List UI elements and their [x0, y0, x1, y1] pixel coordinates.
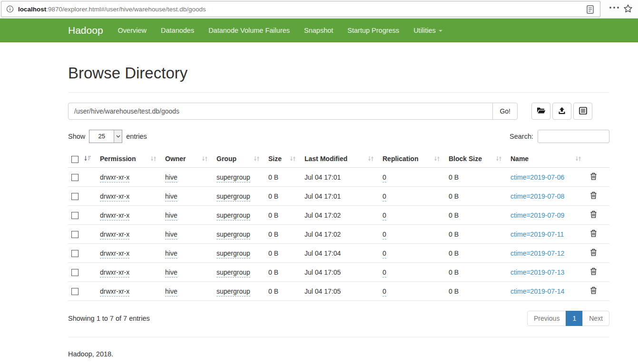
delete-file-icon[interactable] — [590, 172, 597, 182]
group-value[interactable]: supergroup — [216, 268, 250, 278]
last-modified-value: Jul 04 17:02 — [304, 230, 341, 238]
file-name-link[interactable]: ctime=2019-07-14 — [510, 287, 564, 295]
owner-value[interactable]: hive — [165, 287, 177, 297]
nav-item-utilities[interactable]: Utilities — [406, 19, 450, 42]
table-row: drwxr-xr-x hive supergroup 0 B Jul 04 17… — [68, 282, 609, 301]
block-size-value: 0 B — [449, 211, 459, 219]
caret-down-icon — [439, 30, 442, 32]
table-info: Showing 1 to 7 of 7 entries — [68, 315, 150, 322]
group-value[interactable]: supergroup — [216, 173, 250, 182]
sort-both-icon — [150, 155, 157, 163]
permission-value[interactable]: drwxr-xr-x — [100, 192, 129, 201]
directory-listing-table: PermissionOwnerGroupSizeLast ModifiedRep… — [68, 151, 609, 301]
column-header-permission[interactable]: Permission — [100, 151, 165, 168]
delete-file-icon[interactable] — [590, 192, 597, 201]
info-icon[interactable] — [6, 5, 14, 13]
owner-value[interactable]: hive — [165, 211, 177, 220]
column-header-last-modified[interactable]: Last Modified — [304, 151, 383, 168]
column-header-name[interactable]: Name — [510, 151, 590, 168]
cut-paste-button[interactable] — [573, 103, 592, 120]
permission-value[interactable]: drwxr-xr-x — [100, 230, 129, 239]
more-options-icon[interactable] — [609, 7, 619, 9]
block-size-value: 0 B — [449, 173, 459, 181]
file-name-link[interactable]: ctime=2019-07-12 — [510, 249, 564, 257]
row-checkbox[interactable] — [71, 269, 79, 276]
row-checkbox[interactable] — [71, 250, 79, 257]
delete-file-icon[interactable] — [590, 268, 597, 277]
page-length-select[interactable]: 25 — [89, 130, 122, 143]
row-checkbox[interactable] — [71, 288, 79, 295]
file-name-link[interactable]: ctime=2019-07-06 — [510, 173, 564, 181]
owner-value[interactable]: hive — [165, 249, 177, 259]
row-checkbox[interactable] — [71, 174, 79, 181]
last-modified-value: Jul 04 17:04 — [304, 249, 341, 257]
permission-value[interactable]: drwxr-xr-x — [100, 173, 129, 182]
select-all-checkbox[interactable] — [71, 156, 79, 163]
group-value[interactable]: supergroup — [216, 192, 250, 201]
favorite-star-icon[interactable] — [623, 3, 633, 16]
reading-view-icon[interactable] — [587, 5, 594, 16]
replication-value[interactable]: 0 — [383, 230, 386, 239]
file-name-link[interactable]: ctime=2019-07-08 — [510, 192, 564, 200]
replication-value[interactable]: 0 — [383, 268, 386, 278]
size-value: 0 B — [268, 173, 278, 181]
pagination-previous[interactable]: Previous — [527, 311, 566, 326]
delete-file-icon[interactable] — [590, 249, 597, 258]
directory-path-input[interactable] — [68, 103, 493, 120]
file-name-link[interactable]: ctime=2019-07-13 — [510, 268, 564, 276]
group-value[interactable]: supergroup — [216, 230, 250, 239]
permission-value[interactable]: drwxr-xr-x — [100, 287, 129, 297]
group-value[interactable]: supergroup — [216, 211, 250, 220]
sort-both-icon — [290, 155, 296, 163]
last-modified-value: Jul 04 17:02 — [304, 211, 341, 219]
row-checkbox[interactable] — [71, 231, 79, 238]
column-header-block-size[interactable]: Block Size — [449, 151, 510, 168]
upload-files-button[interactable] — [552, 103, 571, 120]
owner-value[interactable]: hive — [165, 192, 177, 201]
navbar-brand[interactable]: Hadoop — [68, 25, 111, 36]
owner-value[interactable]: hive — [165, 230, 177, 239]
permission-value[interactable]: drwxr-xr-x — [100, 249, 129, 259]
create-directory-button[interactable] — [531, 103, 550, 120]
table-row: drwxr-xr-x hive supergroup 0 B Jul 04 17… — [68, 187, 609, 206]
replication-value[interactable]: 0 — [383, 173, 386, 182]
url-field[interactable]: localhost:9870/explorer.html#/user/hive/… — [1, 1, 600, 17]
search-input[interactable] — [538, 130, 609, 143]
go-button[interactable]: Go! — [492, 103, 518, 120]
replication-value[interactable]: 0 — [383, 249, 386, 259]
replication-value[interactable]: 0 — [383, 192, 386, 201]
size-value: 0 B — [268, 192, 278, 200]
upload-icon — [558, 107, 566, 116]
permission-value[interactable]: drwxr-xr-x — [100, 211, 129, 220]
delete-file-icon[interactable] — [590, 211, 597, 220]
replication-value[interactable]: 0 — [383, 211, 386, 220]
table-row: drwxr-xr-x hive supergroup 0 B Jul 04 17… — [68, 244, 609, 263]
group-value[interactable]: supergroup — [216, 287, 250, 297]
replication-value[interactable]: 0 — [383, 287, 386, 297]
search-control: Search: — [510, 130, 609, 143]
file-name-link[interactable]: ctime=2019-07-11 — [510, 230, 564, 238]
nav-item-datanode-volume-failures[interactable]: Datanode Volume Failures — [201, 19, 297, 42]
permission-value[interactable]: drwxr-xr-x — [100, 268, 129, 278]
owner-value[interactable]: hive — [165, 268, 177, 278]
column-header-group[interactable]: Group — [216, 151, 268, 168]
delete-file-icon[interactable] — [590, 287, 597, 296]
delete-file-icon[interactable] — [590, 230, 597, 239]
column-header-select[interactable] — [68, 151, 100, 168]
pagination-page-1[interactable]: 1 — [566, 311, 583, 326]
main-content: Browse Directory Go! — [68, 64, 609, 358]
column-header-owner[interactable]: Owner — [165, 151, 216, 168]
file-name-link[interactable]: ctime=2019-07-09 — [510, 211, 564, 219]
row-checkbox[interactable] — [71, 212, 79, 219]
column-header-size[interactable]: Size — [268, 151, 304, 168]
nav-item-snapshot[interactable]: Snapshot — [297, 19, 340, 42]
nav-item-startup-progress[interactable]: Startup Progress — [340, 19, 406, 42]
nav-item-datanodes[interactable]: Datanodes — [154, 19, 201, 42]
sort-both-icon — [496, 155, 502, 163]
owner-value[interactable]: hive — [165, 173, 177, 182]
column-header-replication[interactable]: Replication — [383, 151, 449, 168]
row-checkbox[interactable] — [71, 193, 79, 200]
group-value[interactable]: supergroup — [216, 249, 250, 259]
pagination-next[interactable]: Next — [582, 311, 609, 326]
nav-item-overview[interactable]: Overview — [111, 19, 154, 42]
